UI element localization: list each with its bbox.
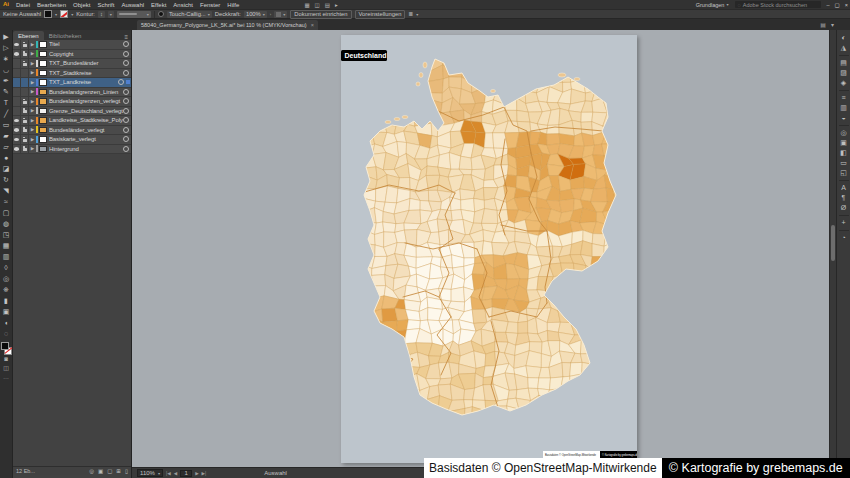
layers-panel-icon[interactable]: ◧ [840,148,847,158]
selection-tool[interactable]: ▶ [3,31,8,42]
zoom-tool[interactable]: ◌ [4,328,8,339]
pen-tool[interactable]: ✒ [3,75,9,86]
expand-arrow-icon[interactable]: ▶ [29,118,36,123]
locate-object-button[interactable]: ◎ [89,468,94,474]
delete-layer-button[interactable]: ▯ [125,468,128,474]
layer-row-hintergrund[interactable]: ▶Hintergrund [13,145,131,155]
visibility-toggle[interactable] [13,88,21,97]
expand-arrow-icon[interactable]: ▶ [29,89,36,94]
perspective-grid-tool[interactable]: ◳ [3,229,10,240]
expand-arrow-icon[interactable]: ▶ [29,61,36,66]
brush-definition-dropdown[interactable]: Touch-Callig...▾ [167,11,212,18]
minimize-button[interactable]: – [827,2,830,8]
menu-effekt[interactable]: Effekt [151,2,166,8]
document-tab[interactable]: 58040_Germany_Polygone_LK_5K.ai* bei 110… [137,20,318,30]
target-circle[interactable] [123,89,129,95]
visibility-toggle[interactable] [13,97,21,106]
scale-tool[interactable]: ◥ [3,185,8,196]
symbol-sprayer-tool[interactable]: ※ [3,284,9,295]
layout-columns-icon[interactable]: ◫ [315,2,320,8]
layer-row-copyright[interactable]: ▶Copyright [13,50,131,60]
symbols-panel-icon[interactable]: ◈ [841,78,846,88]
magic-wand-tool[interactable]: ∗ [3,53,9,64]
artboards-panel-icon[interactable]: ▭ [840,158,847,168]
visibility-toggle[interactable] [13,116,21,125]
expand-arrow-icon[interactable]: ▶ [29,99,36,104]
stroke-weight-stepper[interactable]: ↕ [98,11,105,18]
history-panel-icon[interactable]: ◔ [841,233,845,243]
expand-arrow-icon[interactable]: ▶ [29,127,36,132]
transparency-panel-icon[interactable]: ◒ [841,113,845,123]
new-layer-button[interactable]: ⊞ [116,468,121,474]
lasso-tool[interactable]: ◡ [3,64,9,75]
gradient-tool[interactable]: ▥ [3,251,10,262]
paragraph-panel-icon[interactable]: ¶ [842,193,846,203]
lock-toggle[interactable] [21,88,29,97]
fill-swatch[interactable] [1,342,9,350]
menu-auswahl[interactable]: Auswahl [121,2,144,8]
chevron-down-icon[interactable]: ▾ [831,21,834,28]
target-circle[interactable] [123,70,129,76]
line-segment-tool[interactable]: ╱ [4,108,8,119]
brushes-panel-icon[interactable]: ▨ [840,68,847,78]
rectangle-tool[interactable]: ▭ [3,119,10,130]
document-setup-button[interactable]: Dokument einrichten [290,10,351,19]
character-panel-icon[interactable]: A [841,183,846,193]
lock-toggle[interactable] [21,116,29,125]
fill-color-chip[interactable] [44,10,52,18]
target-circle[interactable] [123,127,129,133]
layer-row-bundeslandgrenzen_linien[interactable]: ▶Bundeslandgrenzen_Linien [13,88,131,98]
gradient-panel-icon[interactable]: ▥ [840,103,847,113]
layer-row-landkreise_stadtkreise_polygone[interactable]: ▶Landkreise_Stadtkreise_Polygone [13,116,131,126]
arrange-documents-icon[interactable]: ▤ [820,21,826,28]
close-button[interactable]: × [845,2,848,8]
blend-tool[interactable]: ◎ [3,273,9,284]
hand-tool[interactable]: ◖ [4,317,8,328]
layer-row-grenze_deutschland_verlegt[interactable]: ▶Grenze_Deutschland_verlegt [13,107,131,117]
make-clipping-mask-button[interactable]: ▣ [98,468,103,474]
menu-datei[interactable]: Datei [16,2,30,8]
asset-export-panel-icon[interactable]: ◱ [840,168,847,178]
expand-arrow-icon[interactable]: ▶ [29,80,36,85]
canvas-area[interactable]: DeutschlandBasisdaten © OpenStreetMap-Mi… [132,30,829,467]
eyedropper-tool[interactable]: ◊ [4,262,7,273]
stock-search-input[interactable]: ◌ Adobe Stock durchsuchen [735,1,821,8]
lock-toggle[interactable] [21,69,29,78]
stroke-weight-dropdown[interactable]: ▾ [108,11,114,18]
target-circle[interactable] [123,98,129,104]
layout-grid-icon[interactable]: ▦ [304,2,309,8]
expand-arrow-icon[interactable]: ▶ [29,146,36,151]
blob-brush-tool[interactable]: ● [4,152,8,163]
arrange-documents-icon[interactable]: ▤ [325,2,330,8]
paintbrush-tool[interactable]: ▰ [3,130,8,141]
pencil-tool[interactable]: ▱ [3,141,8,152]
layer-row-titel[interactable]: ▶Titel [13,40,131,50]
visibility-toggle[interactable] [13,126,21,135]
expand-arrow-icon[interactable]: ▶ [29,137,36,142]
last-artboard-button[interactable]: ▶| [202,471,207,476]
target-circle[interactable] [118,79,124,85]
eraser-tool[interactable]: ◪ [3,163,10,174]
next-artboard-button[interactable]: ▶ [195,471,198,476]
width-tool[interactable]: ≈ [4,196,8,207]
menu-schrift[interactable]: Schrift [97,2,114,8]
lock-toggle[interactable] [21,107,29,116]
artboard-tool[interactable]: ▣ [3,306,10,317]
direct-selection-tool[interactable]: ▷ [3,42,8,53]
target-circle[interactable] [123,51,129,57]
mesh-tool[interactable]: ▦ [3,240,10,251]
layer-row-txt_stadtkreise[interactable]: ▶TXT_Stadtkreise [13,69,131,79]
expand-arrow-icon[interactable]: ▶ [29,51,36,56]
opentype-panel-icon[interactable]: Ø [841,203,846,213]
more-options-icon[interactable]: ≣ [408,11,413,17]
visibility-toggle[interactable] [13,135,21,144]
target-circle[interactable] [123,41,129,47]
scrollbar-thumb[interactable] [831,225,835,261]
target-circle[interactable] [123,108,129,114]
first-artboard-button[interactable]: |◀ [166,471,171,476]
curvature-tool[interactable]: ✎ [3,86,9,97]
panel-menu-icon[interactable]: ≡ [124,34,128,40]
lock-toggle[interactable] [21,145,29,154]
vertical-scrollbar[interactable] [829,30,836,467]
lock-toggle[interactable] [21,40,29,49]
